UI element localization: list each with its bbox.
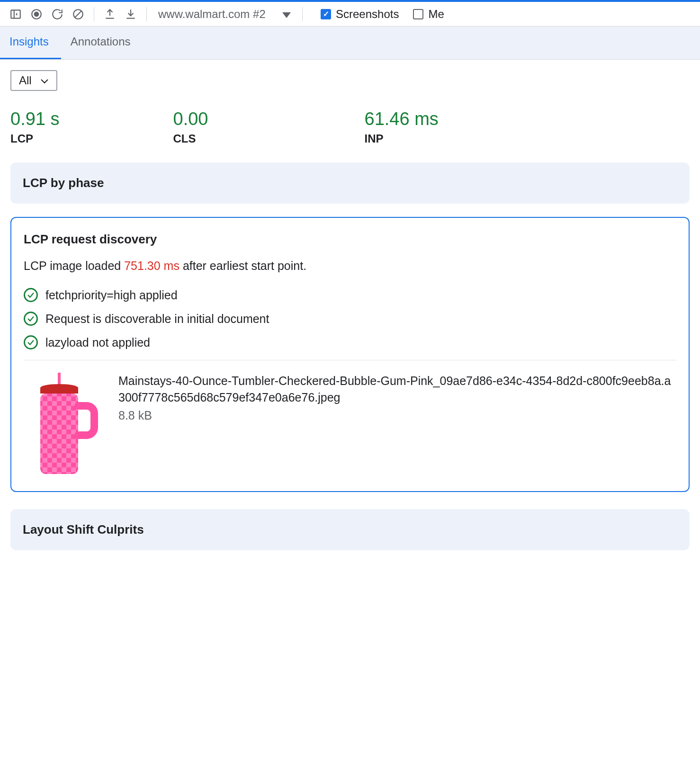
divider [24, 360, 676, 360]
lcp-media-info: Mainstays-40-Ounce-Tumbler-Checkered-Bub… [118, 373, 676, 422]
check-label: lazyload not applied [45, 336, 150, 349]
card-title: LCP request discovery [24, 232, 676, 247]
metric-label: LCP [10, 132, 60, 145]
separator [146, 7, 147, 21]
checkbox-icon [413, 9, 423, 19]
metric-value: 61.46 ms [365, 109, 439, 129]
check-item: Request is discoverable in initial docum… [24, 312, 676, 326]
check-icon [24, 288, 38, 302]
upload-icon[interactable] [101, 5, 119, 23]
recording-selector[interactable]: www.walmart.com #2 [153, 8, 296, 21]
svg-rect-15 [40, 394, 78, 474]
lcp-filesize: 8.8 kB [118, 409, 676, 422]
metric-lcp[interactable]: 0.91 s LCP [10, 109, 60, 145]
separator [302, 7, 303, 21]
checkbox-label: Me [428, 8, 444, 21]
screenshots-checkbox[interactable]: Screenshots [321, 8, 399, 21]
lcp-thumbnail[interactable] [24, 373, 99, 477]
summary-delay: 751.30 ms [124, 259, 179, 272]
filter-select[interactable]: All [10, 70, 57, 91]
record-icon[interactable] [27, 5, 45, 23]
metric-value: 0.00 [173, 109, 208, 129]
separator [94, 7, 94, 21]
recording-label: www.walmart.com #2 [158, 8, 266, 21]
tab-insights[interactable]: Insights [0, 27, 61, 59]
lcp-media: Mainstays-40-Ounce-Tumbler-Checkered-Bub… [24, 373, 676, 477]
metric-label: CLS [173, 132, 208, 145]
discovery-summary: LCP image loaded 751.30 ms after earlies… [24, 259, 676, 273]
toolbar: www.walmart.com #2 Screenshots Me [0, 0, 700, 27]
filter-selected: All [19, 74, 32, 87]
svg-line-5 [75, 11, 81, 17]
download-icon[interactable] [122, 5, 140, 23]
checkbox-icon [321, 9, 331, 19]
summary-prefix: LCP image loaded [24, 259, 124, 272]
tab-annotations[interactable]: Annotations [61, 27, 143, 59]
metric-value: 0.91 s [10, 109, 60, 129]
svg-rect-13 [40, 388, 78, 394]
chevron-down-icon [40, 74, 49, 87]
clear-icon[interactable] [69, 5, 87, 23]
card-lcp-request-discovery[interactable]: LCP request discovery LCP image loaded 7… [10, 217, 690, 492]
lcp-filename: Mainstays-40-Ounce-Tumbler-Checkered-Bub… [118, 373, 676, 406]
reload-icon[interactable] [48, 5, 66, 23]
check-item: fetchpriority=high applied [24, 288, 676, 302]
svg-marker-10 [282, 12, 291, 18]
summary-suffix: after earliest start point. [179, 259, 306, 272]
discovery-checklist: fetchpriority=high applied Request is di… [24, 288, 676, 349]
dock-left-icon[interactable] [7, 5, 25, 23]
check-label: Request is discoverable in initial docum… [45, 312, 269, 326]
metric-label: INP [365, 132, 439, 145]
metric-inp[interactable]: 61.46 ms INP [365, 109, 439, 145]
chevron-down-icon [282, 8, 291, 21]
memory-checkbox[interactable]: Me [413, 8, 444, 21]
check-item: lazyload not applied [24, 335, 676, 349]
content: All 0.91 s LCP 0.00 CLS 61.46 ms INP LCP… [0, 60, 700, 561]
check-icon [24, 335, 38, 349]
svg-point-3 [35, 12, 39, 16]
checkbox-label: Screenshots [336, 8, 399, 21]
tab-bar: Insights Annotations [0, 27, 700, 60]
metric-cls[interactable]: 0.00 CLS [173, 109, 208, 145]
card-layout-shift-culprits[interactable]: Layout Shift Culprits [10, 509, 690, 550]
check-label: fetchpriority=high applied [45, 288, 178, 302]
metrics-row: 0.91 s LCP 0.00 CLS 61.46 ms INP [10, 109, 690, 145]
card-lcp-by-phase[interactable]: LCP by phase [10, 162, 690, 204]
check-icon [24, 312, 38, 326]
